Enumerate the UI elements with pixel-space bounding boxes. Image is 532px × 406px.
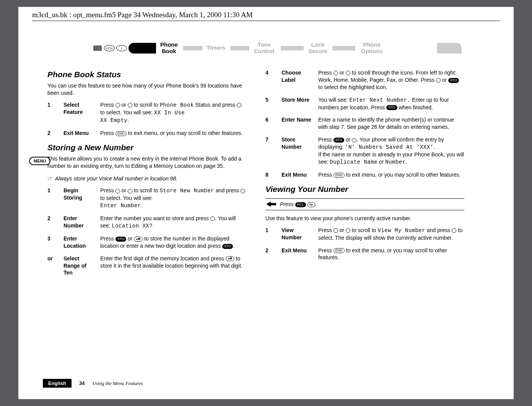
nav-connector bbox=[183, 46, 202, 50]
one-key-icon: 1 bbox=[116, 45, 127, 51]
select-icon bbox=[210, 216, 215, 221]
step-row: 1 View Number Press or to scroll to View… bbox=[265, 227, 464, 242]
step-label: Enter Name bbox=[281, 116, 311, 131]
tip-note: ☞Always store your Voice Mail number in … bbox=[47, 174, 246, 183]
page-title: Using the Menu Features bbox=[92, 380, 143, 387]
end-key-icon: END bbox=[116, 131, 127, 136]
select-icon bbox=[237, 103, 241, 107]
step-number: 1 bbox=[47, 101, 57, 124]
page-number: 34 bbox=[79, 380, 85, 386]
step-row: 4 Choose Label Press or to scroll throug… bbox=[265, 69, 464, 91]
breadcrumb-wrap-top bbox=[437, 43, 462, 54]
step-body: Press END to exit menu, or you may scrol… bbox=[100, 130, 246, 137]
page-footer: English 34 Using the Menu Features bbox=[43, 379, 143, 388]
step-number: 3 bbox=[47, 235, 57, 250]
step-row: 2 Exit Menu Press END to exit the menu, … bbox=[265, 247, 464, 261]
sto-key-icon: STO bbox=[222, 244, 233, 249]
step-number: 6 bbox=[265, 116, 275, 131]
nav-timers: Timers bbox=[207, 45, 225, 51]
step-number: 5 bbox=[265, 96, 275, 111]
step-row: 3 Enter Location Press STO or ◂✱ to stor… bbox=[47, 235, 246, 250]
end-key-icon: END bbox=[334, 248, 345, 253]
step-row: 8 Exit Menu Press END to exit menu, or y… bbox=[265, 171, 464, 179]
scroll-down-icon bbox=[128, 189, 132, 193]
step-label: Select Range of Ten bbox=[63, 255, 93, 277]
step-body: You will see: Enter Next Number. Enter u… bbox=[318, 96, 464, 111]
nav-phone-book: Phone Book bbox=[160, 42, 178, 54]
nav-connector bbox=[230, 46, 249, 50]
step-label: Store Number bbox=[281, 136, 311, 166]
step-body: Enter a name to identify the phone numbe… bbox=[318, 116, 464, 131]
fcn-key-icon: FCN bbox=[104, 45, 115, 51]
step-number: 7 bbox=[265, 136, 275, 166]
step-label: Enter Location bbox=[63, 235, 93, 250]
step-body: Press STO or . Your phone will confirm t… bbox=[318, 136, 464, 166]
step-number: or bbox=[47, 255, 57, 277]
section-intro: Use this feature to view your phone's cu… bbox=[265, 215, 464, 222]
step-body: Press or to scroll to Phone Book Status … bbox=[100, 101, 246, 124]
step-label: Store More bbox=[281, 96, 311, 111]
step-body: Press END to exit menu, or you may scrol… bbox=[318, 171, 464, 179]
step-row: 2 Enter Number Enter the number you want… bbox=[47, 215, 246, 230]
step-body: Enter the number you want to store and p… bbox=[100, 215, 246, 230]
select-icon bbox=[241, 189, 245, 193]
step-number: 1 bbox=[47, 187, 57, 209]
step-row: 1 Begin Storing Press or to scroll to St… bbox=[47, 187, 246, 209]
step-body: Enter the first digit of the memory loca… bbox=[100, 255, 246, 277]
nav-phone-options: Phone Options bbox=[361, 42, 383, 54]
shortcut-arrow-icon bbox=[266, 201, 276, 207]
section-intro: You can use this feature to see how many… bbox=[47, 82, 246, 97]
left-column: Phone Book Status You can use this featu… bbox=[47, 69, 246, 282]
scroll-up-icon bbox=[334, 228, 338, 233]
step-body: Press END to exit the menu, or you may s… bbox=[318, 247, 464, 261]
end-key-icon: END bbox=[334, 173, 345, 178]
scroll-up-icon bbox=[116, 189, 120, 193]
breadcrumb-active-connector bbox=[129, 43, 156, 54]
framemaker-header: m3cd_us.bk : opt_menu.fm5 Page 34 Wednes… bbox=[32, 7, 500, 21]
svg-marker-0 bbox=[266, 201, 276, 207]
sto-key-icon: STO bbox=[334, 138, 344, 143]
scroll-down-icon bbox=[128, 103, 132, 107]
scroll-up-icon bbox=[334, 71, 338, 75]
nav-tone-control: Tone Control bbox=[254, 42, 274, 54]
step-row: 5 Store More You will see: Enter Next Nu… bbox=[265, 96, 464, 111]
select-icon bbox=[352, 138, 356, 143]
step-body: Press or to scroll to Store New Number a… bbox=[100, 187, 246, 209]
header-rule bbox=[32, 21, 500, 21]
star-key-icon: ◂✱ bbox=[226, 256, 234, 261]
step-label: View Number bbox=[281, 227, 311, 242]
step-row: 6 Enter Name Enter a name to identify th… bbox=[265, 116, 464, 131]
section-title-storing-new-number: Storing a New Number bbox=[47, 142, 246, 153]
step-row: 1 Select Feature Press or to scroll to P… bbox=[47, 101, 246, 124]
step-row: 7 Store Number Press STO or . Your phone… bbox=[265, 136, 464, 166]
scroll-up-icon bbox=[116, 103, 120, 107]
breadcrumb-start-cap bbox=[93, 45, 102, 51]
nav-connector bbox=[281, 46, 304, 50]
step-label: Exit Menu bbox=[281, 171, 311, 179]
step-body: Press STO or ◂✱ to store the number in t… bbox=[100, 235, 246, 250]
language-badge: English bbox=[43, 379, 72, 388]
step-number: 2 bbox=[47, 130, 57, 137]
breadcrumb-bar: FCN 1 Phone Book Timers Tone Control Loc… bbox=[93, 36, 500, 59]
step-label: Select Feature bbox=[63, 101, 93, 124]
sto-key-icon: STO bbox=[116, 237, 126, 242]
note-pointer-icon: ☞ bbox=[47, 175, 53, 182]
step-label: Exit Menu bbox=[281, 247, 311, 261]
step-body: Press or to scroll to View My Number and… bbox=[318, 227, 464, 242]
step-row: or Select Range of Ten Enter the first d… bbox=[47, 255, 246, 277]
star-key-icon: ◂✱ bbox=[134, 237, 143, 242]
select-icon bbox=[436, 78, 441, 83]
step-number: 2 bbox=[265, 247, 275, 261]
step-number: 1 bbox=[265, 227, 275, 242]
step-label: Enter Number bbox=[63, 215, 93, 230]
step-number: 8 bbox=[265, 171, 275, 179]
section-title-viewing-your-number: Viewing Your Number bbox=[265, 184, 464, 195]
step-number: 2 bbox=[47, 215, 57, 230]
step-label: Begin Storing bbox=[63, 187, 93, 209]
right-column: 4 Choose Label Press or to scroll throug… bbox=[265, 69, 464, 282]
menu-badge: MENU bbox=[29, 157, 50, 165]
step-label: Choose Label bbox=[281, 69, 311, 91]
section-intro: This feature allows you to create a new … bbox=[47, 155, 246, 170]
scroll-down-icon bbox=[346, 71, 350, 75]
nav-connector bbox=[332, 46, 355, 50]
